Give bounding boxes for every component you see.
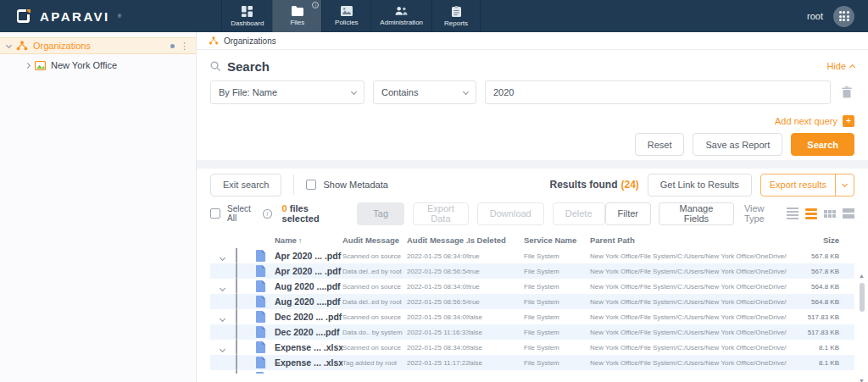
scroll-down-icon[interactable]: ▼ bbox=[859, 378, 865, 382]
select-all-label: Select All bbox=[227, 204, 259, 223]
row-expander[interactable] bbox=[220, 346, 225, 352]
sidebar-item-new-york-office[interactable]: New York Office bbox=[0, 57, 196, 74]
column-header-is-deleted[interactable]: Is Deleted bbox=[468, 235, 524, 245]
cell-audit-message: Scanned on source bbox=[342, 252, 407, 260]
show-metadata-label: Show Metadata bbox=[323, 180, 387, 190]
table-body: Apr 2020 ... .pdf Scanned on source 2022… bbox=[210, 248, 854, 374]
table-row[interactable]: Apr 2020 ... .pdf Data del..ed by root 2… bbox=[210, 263, 854, 279]
show-metadata-checkbox[interactable] bbox=[306, 180, 316, 190]
tab-dashboard[interactable]: Dashboard bbox=[221, 0, 272, 32]
delete-query-button[interactable] bbox=[839, 86, 854, 98]
filter-button[interactable]: Filter bbox=[605, 202, 651, 225]
document-icon bbox=[256, 372, 266, 374]
tab-files[interactable]: i Files bbox=[272, 0, 321, 32]
cell-audit-timestamp: 2022-01-25 08:56:54 bbox=[407, 298, 468, 306]
search-section-title: Search bbox=[227, 59, 270, 74]
results-count: (24) bbox=[620, 179, 638, 191]
info-badge-icon[interactable]: i bbox=[312, 2, 319, 8]
download-button[interactable]: Download bbox=[477, 202, 544, 225]
files-selected-count: 0 bbox=[282, 203, 287, 213]
policies-icon bbox=[341, 6, 353, 16]
info-icon[interactable]: i bbox=[263, 209, 271, 219]
column-header-size[interactable]: Size bbox=[787, 235, 843, 245]
row-expander[interactable] bbox=[220, 285, 225, 291]
row-expander[interactable] bbox=[220, 316, 225, 322]
row-checkbox[interactable] bbox=[236, 278, 237, 294]
list-view-icon[interactable] bbox=[787, 208, 798, 219]
column-header-audit-message[interactable]: Audit Message bbox=[342, 235, 407, 245]
export-data-button[interactable]: Export Data bbox=[413, 202, 469, 225]
organizations-icon bbox=[16, 41, 28, 51]
get-link-button[interactable]: Get Link to Results bbox=[648, 174, 752, 197]
exit-search-button[interactable]: Exit search bbox=[210, 174, 281, 197]
delete-button[interactable]: Delete bbox=[553, 202, 605, 225]
cell-is-deleted: true bbox=[468, 283, 524, 291]
field-select-value: By File: Name bbox=[219, 87, 277, 97]
chevron-down-icon[interactable] bbox=[6, 42, 12, 47]
card-view-icon[interactable] bbox=[843, 208, 854, 219]
operator-select[interactable]: Contains bbox=[373, 80, 476, 104]
tab-label: Dashboard bbox=[231, 19, 264, 27]
aparavi-app: APARAVI® Dashboard i Files bbox=[0, 0, 868, 382]
kebab-menu-icon[interactable]: ⋮ bbox=[180, 42, 189, 50]
column-header-parent-path[interactable]: Parent Path bbox=[590, 235, 787, 245]
cell-parent-path: New York Office/File System/C:/Users/New… bbox=[590, 283, 787, 291]
sidebar-item-organizations[interactable]: Organizations ⋮ bbox=[0, 37, 196, 54]
reset-button[interactable]: Reset bbox=[635, 133, 685, 156]
detail-view-icon[interactable] bbox=[805, 208, 817, 219]
table-row[interactable]: Dec 2020 ....pdf Data do.. by system 202… bbox=[210, 324, 854, 340]
field-select[interactable]: By File: Name bbox=[210, 80, 364, 104]
document-icon bbox=[256, 250, 266, 262]
cell-is-deleted: true bbox=[468, 298, 524, 306]
table-row[interactable]: Aug 2020 ....pdf Data del..ed by root 20… bbox=[210, 294, 854, 309]
row-checkbox[interactable] bbox=[236, 293, 237, 309]
cell-size: 517.83 KB bbox=[787, 329, 843, 336]
column-header-service-name[interactable]: Service Name bbox=[524, 235, 590, 245]
search-button[interactable]: Search bbox=[791, 133, 854, 156]
column-header-name[interactable]: Name↑ bbox=[275, 235, 342, 245]
select-all-checkbox[interactable] bbox=[210, 208, 220, 219]
cell-is-deleted: true bbox=[468, 252, 524, 260]
grid-view-icon[interactable] bbox=[824, 210, 836, 218]
table-row[interactable]: Apr 2020 ... .pdf Scanned on source 2022… bbox=[210, 248, 854, 263]
cell-size: 564.8 KB bbox=[787, 283, 843, 291]
row-checkbox[interactable] bbox=[236, 263, 237, 279]
apps-menu-button[interactable] bbox=[833, 6, 854, 27]
chevron-down-icon bbox=[351, 88, 357, 94]
row-checkbox[interactable] bbox=[236, 248, 237, 263]
table-row[interactable]: Expense ... .xlsx Tag added by root 2022… bbox=[210, 355, 854, 370]
column-header-audit-timestamp[interactable]: Audit Message .. bbox=[407, 235, 468, 245]
query-value-input[interactable] bbox=[485, 80, 831, 104]
add-next-query-link[interactable]: Add next query bbox=[775, 116, 837, 126]
breadcrumb-label[interactable]: Organizations bbox=[224, 36, 276, 46]
chevron-right-icon[interactable] bbox=[25, 62, 31, 68]
row-expander[interactable] bbox=[220, 255, 225, 261]
row-checkbox[interactable] bbox=[236, 324, 237, 340]
row-checkbox[interactable] bbox=[236, 354, 237, 370]
operator-select-value: Contains bbox=[381, 87, 418, 97]
tab-policies[interactable]: Policies bbox=[321, 0, 370, 32]
scroll-up-icon[interactable]: ▲ bbox=[859, 273, 865, 280]
plus-icon[interactable]: + bbox=[843, 115, 854, 127]
tag-button[interactable]: Tag bbox=[357, 202, 404, 225]
chevron-down-icon bbox=[842, 180, 848, 186]
row-checkbox[interactable] bbox=[236, 339, 237, 355]
manage-fields-button[interactable]: Manage Fields bbox=[659, 202, 734, 225]
cell-parent-path: New York Office/File System/C:/Users/New… bbox=[590, 313, 787, 321]
cell-is-deleted: false bbox=[468, 359, 524, 367]
table-row[interactable]: Aug 2020 ....pdf Scanned on source 2022-… bbox=[210, 279, 854, 294]
tab-administration[interactable]: Administration bbox=[370, 0, 431, 32]
export-results-button[interactable]: Export results bbox=[760, 174, 854, 197]
export-dropdown-toggle[interactable] bbox=[835, 174, 854, 196]
vertical-scroll-thumb[interactable] bbox=[860, 283, 865, 312]
tab-reports[interactable]: Reports bbox=[431, 0, 481, 32]
row-checkbox[interactable] bbox=[236, 369, 237, 374]
row-checkbox[interactable] bbox=[236, 308, 237, 324]
hide-search-link[interactable]: Hide bbox=[826, 61, 854, 71]
vertical-scrollbar[interactable]: ▲ ▼ bbox=[857, 273, 866, 382]
cell-service-name: File System bbox=[524, 283, 590, 291]
table-row[interactable]: Expense ... .xlsx Scanned on source 2022… bbox=[210, 340, 854, 355]
table-row[interactable]: Dec 2020 ... .pdf Scanned on source 2022… bbox=[210, 309, 854, 324]
save-as-report-button[interactable]: Save as Report bbox=[693, 133, 782, 156]
table-row[interactable]: Expense ... .xlsx Scanned on source 2022… bbox=[210, 370, 854, 374]
